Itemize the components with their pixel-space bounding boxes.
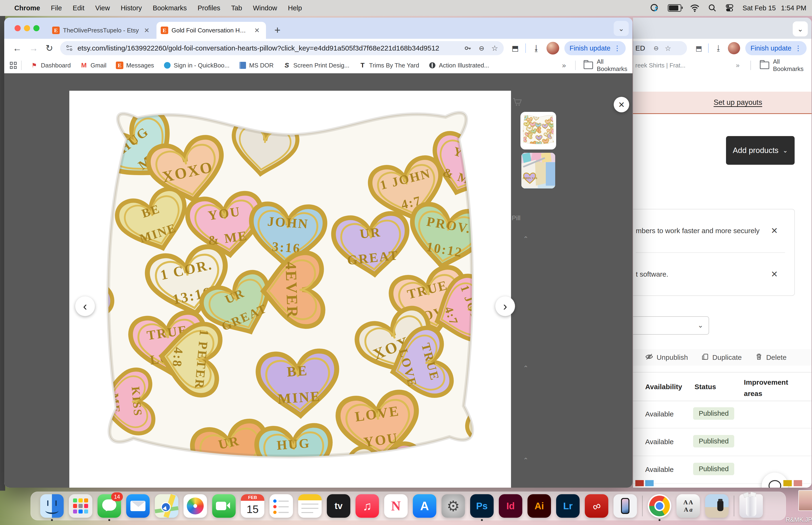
dock-icon-news[interactable]: N [384, 494, 408, 518]
menu-item-chrome[interactable]: Chrome [9, 4, 46, 12]
bookmark-item-2[interactable]: MGmail [75, 62, 111, 69]
dock-icon-notes[interactable] [298, 494, 322, 518]
download-icon[interactable]: ⭳ [715, 44, 722, 52]
all-bookmarks-folder-icon[interactable] [760, 62, 769, 69]
download-icon[interactable]: ⭳ [532, 44, 540, 53]
address-bar[interactable]: etsy.com/listing/1639922260/gold-foil-co… [60, 41, 504, 55]
battery-icon[interactable] [668, 4, 681, 12]
desktop-file-label[interactable]: R&MK.JPG [786, 516, 812, 523]
menu-item-view[interactable]: View [90, 4, 115, 12]
site-settings-icon[interactable] [66, 45, 73, 52]
dock-icon-appletv[interactable]: tv [327, 494, 350, 518]
spotlight-search-icon[interactable] [708, 4, 717, 12]
table-row[interactable]: AvailablePublished [633, 401, 812, 429]
action-unpublish[interactable]: Unpublish [645, 353, 688, 362]
filter-dropdown[interactable]: ⌄ [633, 316, 709, 335]
back-icon[interactable]: ← [9, 43, 25, 53]
table-row[interactable]: AvailablePublished [633, 429, 812, 456]
new-tab-button[interactable]: + [274, 24, 280, 36]
add-products-button[interactable]: Add products ⌄ [726, 136, 795, 165]
menu-item-profiles[interactable]: Profiles [192, 4, 226, 12]
apps-grid-icon[interactable] [10, 62, 17, 69]
dock-icon-trash[interactable] [739, 494, 763, 518]
dock-icon-mail[interactable] [126, 494, 150, 518]
tab-close-icon[interactable]: ✕ [252, 27, 260, 34]
tab-gold-foil-hearts[interactable]: E Gold Foil Conversation Hearts ✕ [156, 22, 266, 39]
tab-search-chevron-icon[interactable]: ⌄ [614, 21, 629, 36]
bookmark-fragment[interactable]: reek Shirts | Frat... [633, 62, 685, 69]
profile-avatar[interactable] [547, 42, 559, 55]
bookmark-item-1[interactable]: ⚑Dashboard [26, 62, 75, 69]
menu-date[interactable]: Sat Feb 15 [742, 4, 776, 12]
menu-item-help[interactable]: Help [282, 4, 308, 12]
dock-icon-music[interactable]: ♫ [355, 494, 379, 518]
desktop-file-thumbnail[interactable] [798, 490, 812, 511]
menu-item-tab[interactable]: Tab [226, 4, 248, 12]
dock-icon-reminders[interactable] [270, 494, 293, 518]
menu-item-window[interactable]: Window [247, 4, 282, 12]
finish-update-button[interactable]: Finish update ⋮ [564, 41, 626, 55]
profile-avatar[interactable] [728, 42, 740, 54]
password-key-icon[interactable] [464, 44, 472, 52]
all-bookmarks-label[interactable]: All Bookmarks [597, 58, 632, 73]
dock-icon-finder[interactable] [40, 494, 64, 518]
finish-update-button-bg[interactable]: Finish update ⋮ [745, 41, 807, 55]
bookmark-star-icon[interactable]: ☆ [491, 44, 498, 52]
dock-icon-photoshop[interactable]: Ps [470, 494, 494, 518]
menu-item-edit[interactable]: Edit [67, 4, 90, 12]
bookmark-item-8[interactable]: Action Illustrated... [424, 62, 494, 69]
set-up-payouts-link[interactable]: Set up payouts [714, 98, 762, 107]
dock-icon-appstore[interactable]: A [413, 494, 436, 518]
dismiss-x-icon[interactable]: ✕ [771, 269, 778, 279]
menu-item-file[interactable]: File [46, 4, 67, 12]
menu-item-bookmarks[interactable]: Bookmarks [147, 4, 192, 12]
bookmark-item-7[interactable]: TTrims By The Yard [354, 62, 424, 69]
all-bookmarks-folder-icon[interactable] [584, 62, 593, 69]
forward-icon[interactable]: → [25, 43, 42, 53]
tab-olivepress[interactable]: E TheOlivePressTupelo - Etsy ✕ [48, 22, 157, 39]
dock-icon-acrobat[interactable]: ∞ [585, 494, 608, 518]
url-text[interactable]: etsy.com/listing/1639922260/gold-foil-co… [78, 44, 439, 52]
close-window-button[interactable] [15, 25, 21, 31]
dock-icon-indesign[interactable]: Id [499, 494, 522, 518]
zoom-out-icon[interactable]: ⊖ [479, 44, 484, 52]
kebab-menu-icon[interactable]: ⋮ [614, 44, 621, 52]
lightbox-overlay[interactable]: Pill ⌃ ⌃ ⌃ HUGMEXOXO1 JOHN4:7YOU& MEBEMI… [4, 73, 632, 487]
action-delete[interactable]: Delete [755, 353, 787, 362]
next-image-button[interactable]: › [495, 296, 515, 316]
minimize-window-button[interactable] [24, 25, 30, 31]
dock-icon-calendar[interactable]: FEB15 [241, 494, 264, 518]
dock-icon-fontbook[interactable]: A AA a [676, 494, 700, 518]
dock-icon-settings[interactable]: ⚙ [442, 494, 465, 518]
dismiss-x-icon[interactable]: ✕ [771, 226, 778, 236]
wifi-icon[interactable] [690, 4, 700, 12]
bookmark-star-icon[interactable]: ☆ [665, 44, 671, 52]
tab-close-icon[interactable]: ✕ [142, 27, 150, 34]
bookmark-item-3[interactable]: EMessages [111, 62, 159, 69]
thumbnail-2[interactable]: JOHN 3:16 [521, 153, 555, 189]
kebab-menu-icon[interactable]: ⋮ [795, 44, 801, 52]
all-bookmarks-label[interactable]: All Bookmarks [773, 58, 812, 73]
bookmark-item-6[interactable]: SScreen Print Desig... [278, 62, 354, 69]
menu-item-history[interactable]: History [116, 4, 147, 12]
control-center-icon[interactable] [725, 3, 734, 13]
extensions-icon[interactable]: ⬒ [512, 44, 519, 52]
dock-icon-facetime[interactable] [212, 494, 236, 518]
dock-icon-launchpad[interactable] [69, 494, 92, 518]
bookmarks-overflow-icon[interactable]: » [562, 61, 566, 69]
dock-icon-lightroom[interactable]: Lr [556, 494, 580, 518]
zoom-window-button[interactable] [33, 25, 40, 31]
thumbnail-1[interactable]: HUGMEXOXO1 JOHN4:7YOU& MEBEMINEYOU& MEJO… [521, 113, 555, 149]
menu-time[interactable]: 1:54 PM [781, 4, 806, 12]
tab-search-chevron-icon[interactable]: ⌄ [793, 21, 808, 36]
bookmark-item-4[interactable]: Sign in - QuickBoo... [159, 62, 234, 69]
address-bar-bg[interactable]: ED ⊖ ☆ [633, 41, 687, 55]
dock-icon-messages[interactable]: 14 [97, 494, 121, 518]
close-lightbox-button[interactable]: × [614, 97, 629, 112]
sync-app-menu-icon[interactable] [650, 3, 659, 13]
dock-icon-illustrator[interactable]: Ai [527, 494, 551, 518]
dock-icon-chrome[interactable] [648, 494, 671, 518]
dock-icon-image-file[interactable] [705, 494, 729, 518]
dock-icon-photos[interactable] [184, 494, 207, 518]
action-duplicate[interactable]: Duplicate [701, 353, 742, 362]
